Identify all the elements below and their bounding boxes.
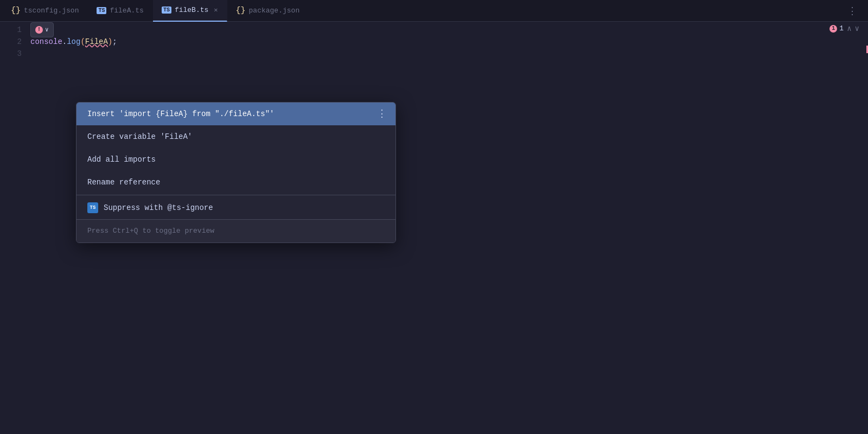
tab-label-fileA: fileA.ts [110, 7, 143, 15]
code-line-3 [30, 48, 868, 60]
menu-item-suppress-ts-ignore[interactable]: TS Suppress with @ts-ignore [76, 196, 395, 219]
line-numbers: 1 2 3 [0, 22, 30, 434]
tab-label-tsconfig: tsconfig.json [24, 7, 79, 15]
json-icon: {} [11, 6, 21, 15]
menu-item-insert-import-label: Insert 'import {FileA} from "./fileA.ts"… [87, 108, 274, 120]
menu-item-create-variable[interactable]: Create variable 'FileA' [76, 125, 395, 148]
dot-separator: . [62, 36, 67, 48]
menu-footer-text: Press Ctrl+Q to toggle preview [87, 227, 214, 235]
menu-item-create-variable-label: Create variable 'FileA' [87, 131, 192, 143]
ts-icon-fileB: TS [162, 7, 171, 14]
tab-close-fileB[interactable]: ✕ [214, 7, 218, 14]
menu-item-insert-import[interactable]: Insert 'import {FileA} from "./fileA.ts"… [76, 103, 395, 125]
chevron-down-icon: ∨ [45, 24, 49, 36]
line-number-3: 3 [0, 48, 22, 60]
keyword-log: log [67, 36, 80, 48]
menu-item-rename-reference[interactable]: Rename reference [76, 171, 395, 194]
tab-fileB[interactable]: TS fileB.ts ✕ [153, 0, 227, 22]
code-line-2: console . log ( FileA ) ; [30, 36, 868, 48]
tab-fileA[interactable]: TS fileA.ts [88, 0, 152, 22]
tab-package[interactable]: {} package.json [227, 0, 309, 22]
menu-item-rename-reference-label: Rename reference [87, 176, 160, 188]
more-options-icon[interactable]: ⋮ [377, 108, 387, 120]
close-paren: ) [108, 36, 112, 48]
menu-item-suppress-ts-ignore-label: Suppress with @ts-ignore [104, 202, 213, 214]
tab-label-package: package.json [249, 7, 300, 15]
tab-label-fileB: fileB.ts [175, 6, 208, 14]
ts-icon-fileA: TS [97, 7, 106, 14]
editor-area: 1 1 ∧ ∨ 1 2 3 ! ∨ console . log ( FileA … [0, 22, 868, 434]
menu-footer: Press Ctrl+Q to toggle preview [76, 219, 395, 242]
tab-bar: {} tsconfig.json TS fileA.ts TS fileB.ts… [0, 0, 868, 22]
menu-separator [76, 195, 395, 195]
menu-item-add-imports[interactable]: Add all imports [76, 148, 395, 171]
json-icon-package: {} [236, 6, 246, 15]
semicolon: ; [112, 36, 117, 48]
error-indicator[interactable]: ! ∨ [30, 22, 54, 37]
tab-menu-button[interactable]: ⋮ [847, 5, 857, 17]
error-dot-icon: ! [35, 26, 43, 34]
keyword-console: console [30, 36, 62, 48]
open-paren: ( [80, 36, 85, 48]
quick-fix-dropdown: Insert 'import {FileA} from "./fileA.ts"… [76, 102, 396, 243]
identifier-fileA: FileA [85, 36, 108, 48]
tab-tsconfig[interactable]: {} tsconfig.json [2, 0, 88, 22]
code-line-1: ! ∨ [30, 24, 868, 36]
line-number-1: 1 [0, 24, 22, 36]
code-content: ! ∨ console . log ( FileA ) ; Insert 'im… [30, 22, 868, 434]
menu-item-add-imports-label: Add all imports [87, 154, 156, 165]
ts-badge-icon: TS [87, 202, 98, 213]
line-number-2: 2 [0, 36, 22, 48]
